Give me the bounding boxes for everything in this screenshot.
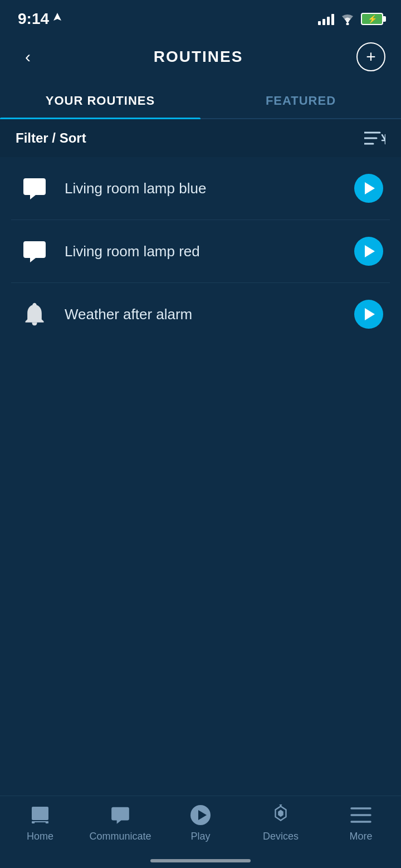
plus-icon: + [366, 48, 376, 65]
page-header: ‹ ROUTINES + [0, 33, 401, 82]
page-title: ROUTINES [154, 48, 243, 66]
play-triangle-icon [365, 182, 375, 194]
back-button[interactable]: ‹ [16, 45, 40, 69]
nav-label-communicate: Communicate [89, 831, 151, 842]
devices-icon [270, 804, 292, 826]
tab-featured[interactable]: FEATURED [200, 82, 401, 118]
routine-item[interactable]: Living room lamp red [11, 220, 390, 283]
filter-sort-bar[interactable]: Filter / Sort [0, 119, 401, 157]
status-bar: 9:14 ⚡ [0, 0, 401, 33]
svg-rect-7 [35, 822, 46, 824]
routine-icon-chat [18, 235, 51, 268]
play-nav-icon [189, 804, 212, 826]
routine-item[interactable]: Weather after alarm [11, 283, 390, 345]
routine-name: Weather after alarm [65, 306, 341, 323]
battery-icon: ⚡ [361, 13, 383, 25]
add-routine-button[interactable]: + [356, 42, 385, 71]
routine-icon-bell [18, 298, 51, 331]
play-triangle-icon [365, 245, 375, 257]
svg-point-0 [346, 23, 349, 26]
nav-item-communicate[interactable]: Communicate [80, 804, 160, 842]
play-triangle-icon [365, 308, 375, 320]
signal-bars-icon [318, 13, 334, 25]
back-arrow-icon: ‹ [25, 47, 31, 66]
tab-your-routines[interactable]: YOUR ROUTINES [0, 82, 200, 118]
nav-label-home: Home [27, 831, 53, 842]
nav-item-more[interactable]: More [321, 804, 401, 842]
routine-list: Living room lamp blue Living room lamp r… [0, 157, 401, 345]
play-button[interactable] [354, 237, 383, 266]
more-icon [350, 804, 372, 826]
nav-item-play[interactable]: Play [160, 804, 241, 842]
communicate-icon [109, 804, 131, 826]
routine-icon-chat [18, 172, 51, 205]
status-time: 9:14 [18, 10, 49, 28]
nav-item-devices[interactable]: Devices [241, 804, 321, 842]
filter-sort-label: Filter / Sort [16, 130, 86, 146]
status-icons: ⚡ [318, 13, 383, 25]
nav-label-devices: Devices [263, 831, 299, 842]
sort-icon[interactable] [364, 130, 385, 146]
home-icon [29, 804, 51, 826]
svg-point-11 [280, 804, 282, 806]
wifi-icon [340, 13, 355, 25]
routine-item[interactable]: Living room lamp blue [11, 157, 390, 220]
bell-icon [22, 302, 47, 326]
bottom-nav: Home Communicate Play D [0, 796, 401, 868]
chat-bubble-icon [21, 175, 48, 202]
nav-label-more: More [349, 831, 372, 842]
routine-name: Living room lamp red [65, 243, 341, 260]
nav-item-home[interactable]: Home [0, 804, 80, 842]
nav-label-play: Play [190, 831, 210, 842]
play-button[interactable] [354, 174, 383, 203]
location-icon [52, 13, 62, 25]
home-indicator [150, 859, 251, 862]
routine-name: Living room lamp blue [65, 180, 341, 197]
tabs-container: YOUR ROUTINES FEATURED [0, 82, 401, 119]
chat-bubble-icon [21, 238, 48, 265]
sort-lines-icon [364, 130, 385, 146]
svg-rect-5 [32, 807, 48, 820]
play-button[interactable] [354, 300, 383, 329]
